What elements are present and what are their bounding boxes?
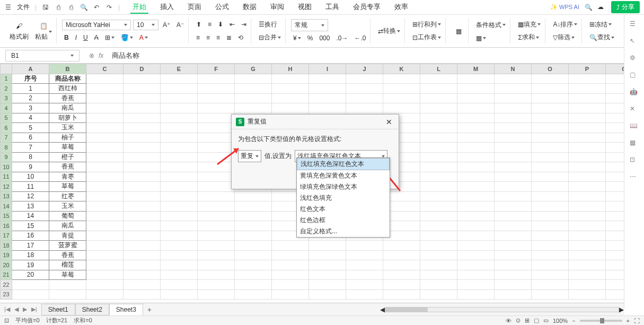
sheet-tab-Sheet2[interactable]: Sheet2: [75, 304, 109, 315]
cell-A13[interactable]: 12: [12, 191, 49, 201]
zoom-slider[interactable]: [580, 320, 622, 322]
col-header-N[interactable]: N: [495, 64, 532, 74]
tools-side-icon[interactable]: ✕: [630, 105, 639, 115]
cell-A18[interactable]: 17: [12, 241, 49, 251]
cell-A10[interactable]: 9: [12, 162, 49, 172]
row-header-16[interactable]: 16: [1, 221, 12, 231]
row-header-17[interactable]: 17: [1, 231, 12, 241]
file-menu[interactable]: 文件: [17, 3, 30, 12]
row-header-10[interactable]: 10: [1, 162, 12, 172]
reading-view-icon[interactable]: ▭: [543, 317, 549, 324]
decrease-font-button[interactable]: A⁻: [174, 20, 186, 30]
cancel-formula-icon[interactable]: ⊗: [89, 52, 94, 59]
page-view-icon[interactable]: ▢: [534, 317, 539, 324]
font-color-button[interactable]: A: [137, 33, 150, 42]
expand-side-icon[interactable]: ⊡: [630, 156, 639, 165]
cell-B18[interactable]: 菠萝蜜: [49, 241, 86, 251]
row-header-20[interactable]: 20: [1, 260, 12, 270]
book-side-icon[interactable]: 📖: [630, 122, 639, 131]
print-icon[interactable]: ⎙: [67, 4, 75, 11]
col-header-F[interactable]: F: [198, 64, 235, 74]
row-header-12[interactable]: 12: [1, 182, 12, 192]
cell-A2[interactable]: 1: [12, 84, 49, 94]
last-sheet-icon[interactable]: ▶|: [30, 305, 38, 314]
cell-B9[interactable]: 橙子: [49, 152, 86, 162]
align-bottom-button[interactable]: ⬇: [216, 20, 225, 29]
undo-icon[interactable]: ↶: [93, 4, 100, 11]
strike-button[interactable]: A: [92, 33, 101, 42]
share-button[interactable]: ⤴ 分享: [611, 1, 640, 13]
row-header-15[interactable]: 15: [1, 211, 12, 221]
merge-button[interactable]: ⊟ 合并: [257, 32, 283, 43]
row-header-6[interactable]: 6: [1, 123, 12, 133]
dec-dec-button[interactable]: ←.0: [352, 33, 368, 43]
cell-B2[interactable]: 西红柿: [49, 84, 86, 94]
zoom-in-button[interactable]: +: [627, 318, 630, 324]
fullscreen-icon[interactable]: ⛶: [634, 318, 640, 324]
cell-B5[interactable]: 胡萝卜: [49, 113, 86, 123]
cell-B21[interactable]: 草莓: [49, 270, 86, 280]
row-header-4[interactable]: 4: [1, 103, 12, 113]
layout-side-icon[interactable]: ▢: [630, 71, 639, 81]
cell-A5[interactable]: 4: [12, 113, 49, 123]
font-name-select[interactable]: Microsoft YaHei: [62, 20, 131, 30]
row-header-3[interactable]: 3: [1, 93, 12, 103]
cell-B15[interactable]: 葡萄: [49, 211, 86, 221]
cell-B3[interactable]: 香蕉: [49, 93, 86, 103]
horizontal-scrollbar[interactable]: ◀▶: [380, 306, 624, 313]
cell-A19[interactable]: 18: [12, 250, 49, 260]
col-header-O[interactable]: O: [532, 64, 569, 74]
bold-button[interactable]: B: [62, 33, 71, 42]
col-header-E[interactable]: E: [161, 64, 198, 74]
row-header-14[interactable]: 14: [1, 201, 12, 212]
col-header-D[interactable]: D: [123, 64, 161, 74]
redo-icon[interactable]: ↷: [105, 4, 113, 11]
cell-B20[interactable]: 榴莲: [49, 260, 86, 270]
settings-side-icon[interactable]: ⚙: [630, 54, 639, 64]
save-icon[interactable]: 🖫: [42, 4, 49, 11]
col-header-P[interactable]: P: [569, 64, 606, 74]
preview-icon[interactable]: 🔍: [80, 4, 87, 11]
col-header-G[interactable]: G: [235, 64, 272, 74]
cell-A8[interactable]: 7: [12, 143, 49, 153]
align-top-button[interactable]: ⬆: [194, 20, 204, 29]
row-header-8[interactable]: 8: [1, 143, 12, 153]
cell-B19[interactable]: 香蕉: [49, 250, 86, 260]
col-header-M[interactable]: M: [457, 64, 495, 74]
duplicate-type-combo[interactable]: 重复: [238, 150, 261, 162]
row-header-9[interactable]: 9: [1, 152, 12, 162]
table-style-button[interactable]: ▦: [451, 25, 466, 38]
col-header-K[interactable]: K: [383, 64, 420, 74]
find-button[interactable]: 🔍 查找: [587, 32, 616, 43]
align-left-button[interactable]: ≡: [194, 33, 202, 42]
dropdown-option-6[interactable]: 自定义格式...: [297, 226, 390, 237]
col-header-C[interactable]: C: [86, 64, 123, 74]
sort-button[interactable]: A↓ 排序: [551, 19, 579, 30]
cell-B10[interactable]: 香蕉: [49, 162, 86, 172]
align-right-button[interactable]: ≡: [214, 33, 222, 42]
next-sheet-icon[interactable]: ▶: [22, 305, 28, 314]
row-header-22[interactable]: 22: [1, 280, 12, 290]
convert-button[interactable]: ⇄ 转换: [376, 25, 402, 37]
apps-side-icon[interactable]: ▦: [630, 139, 639, 148]
fx-icon[interactable]: fx: [99, 52, 103, 59]
formula-input[interactable]: 商品名称: [108, 51, 644, 60]
cell-B12[interactable]: 草莓: [49, 182, 86, 192]
first-sheet-icon[interactable]: |◀: [3, 305, 11, 314]
row-header-23[interactable]: 23: [1, 289, 12, 300]
cond-format-button[interactable]: 条件格式: [474, 20, 508, 31]
align-center-button[interactable]: ≡: [204, 33, 212, 42]
cell-A20[interactable]: 19: [12, 260, 49, 270]
cell-A17[interactable]: 16: [12, 231, 49, 241]
cell-A12[interactable]: 11: [12, 182, 49, 192]
number-format-select[interactable]: 常规: [291, 19, 328, 31]
fill-button[interactable]: ▦ 填充: [516, 19, 543, 30]
zoom-out-button[interactable]: −: [572, 318, 575, 324]
menu-tab-3[interactable]: 公式: [213, 1, 231, 14]
cell-B11[interactable]: 青枣: [49, 172, 86, 182]
indent-left-button[interactable]: ⇤: [227, 20, 237, 29]
row-header-7[interactable]: 7: [1, 133, 12, 143]
cell-B16[interactable]: 南瓜: [49, 221, 86, 231]
border-button[interactable]: ⊞: [103, 33, 117, 42]
cell-A7[interactable]: 6: [12, 133, 49, 143]
